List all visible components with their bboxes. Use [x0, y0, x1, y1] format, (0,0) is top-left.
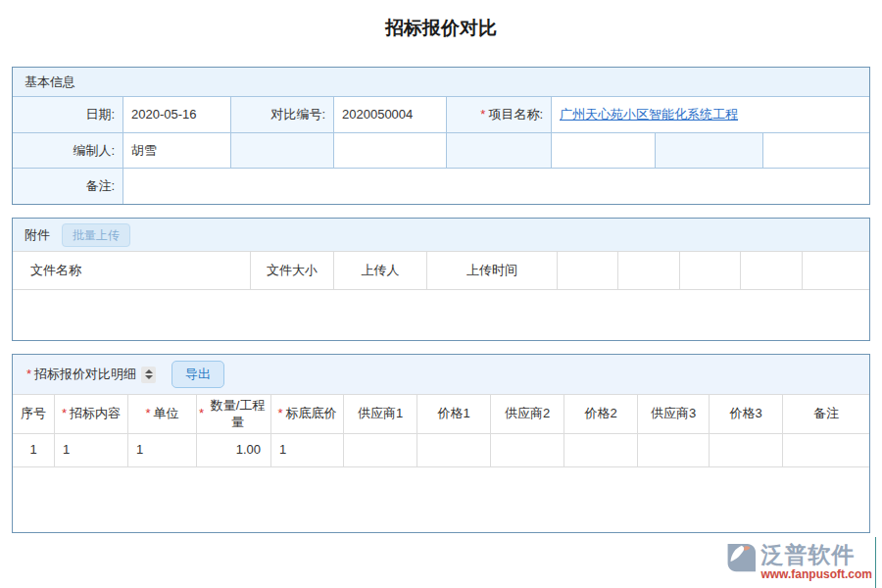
brand-name: 泛普软件 — [760, 543, 855, 566]
empty-value-cell — [334, 133, 447, 168]
attach-empty-column — [680, 252, 741, 289]
attach-empty-column — [741, 252, 803, 289]
brand-website: www.fanpusoft.com — [760, 567, 872, 581]
price2-cell — [564, 434, 638, 466]
attach-empty-column — [803, 252, 869, 289]
attachments-empty-body — [13, 290, 869, 339]
project-name-label-text: 项目名称: — [488, 107, 543, 122]
detail-section: *招标报价对比明细 导出 序号 *招标内容 *单位 *数量/工程量 *标底底价 … — [12, 354, 870, 533]
uploader-column-header: 上传人 — [334, 252, 427, 289]
detail-title: *招标报价对比明细 — [26, 366, 136, 383]
basic-info-header: 基本信息 — [13, 68, 869, 97]
sort-icon[interactable] — [141, 367, 156, 383]
detail-header: *招标报价对比明细 导出 — [13, 355, 869, 395]
remark-column-header: 备注 — [783, 395, 869, 433]
empty-label-cell — [656, 133, 763, 168]
unit-column-header: *单位 — [128, 395, 197, 433]
compiler-label: 编制人: — [13, 133, 123, 168]
basic-info-row-1: 日期: 2020-05-16 对比编号: 2020050004 *项目名称: 广… — [13, 97, 869, 133]
price2-column-header: 价格2 — [564, 395, 638, 433]
attachments-section: 附件 批量上传 文件名称 文件大小 上传人 上传时间 — [12, 218, 870, 341]
supplier2-cell — [491, 434, 564, 466]
supplier1-cell — [344, 434, 417, 466]
compare-no-value: 2020050004 — [334, 97, 447, 132]
attach-empty-column — [618, 252, 680, 289]
required-asterisk: * — [480, 107, 485, 122]
page-edge-line — [875, 537, 876, 588]
base-price-column-header: *标底底价 — [271, 395, 344, 433]
project-name-value: 广州天心苑小区智能化系统工程 — [552, 97, 869, 132]
page-title: 招标报价对比 — [0, 0, 882, 45]
project-link[interactable]: 广州天心苑小区智能化系统工程 — [560, 107, 738, 122]
serial-no-column-header: 序号 — [13, 395, 55, 433]
file-size-column-header: 文件大小 — [251, 252, 334, 289]
date-label: 日期: — [13, 97, 123, 132]
empty-label-cell — [231, 133, 334, 168]
attach-empty-column — [558, 252, 618, 289]
attachments-header: 附件 批量上传 — [13, 219, 869, 251]
required-asterisk: * — [199, 406, 204, 421]
table-row: 1 1 1 1.00 1 — [13, 434, 869, 467]
empty-label-cell — [447, 133, 552, 168]
bid-content-column-header: *招标内容 — [55, 395, 128, 433]
price1-column-header: 价格1 — [417, 395, 491, 433]
batch-upload-button[interactable]: 批量上传 — [62, 223, 130, 247]
bid-content-cell: 1 — [55, 434, 128, 466]
export-button[interactable]: 导出 — [172, 361, 224, 388]
sort-down-arrow-icon — [145, 375, 153, 379]
supplier3-cell — [638, 434, 710, 466]
attachments-title: 附件 — [24, 226, 50, 244]
attachments-column-headers: 文件名称 文件大小 上传人 上传时间 — [13, 251, 869, 290]
remark-cell — [783, 434, 869, 466]
supplier3-column-header: 供应商3 — [638, 395, 710, 433]
project-name-label: *项目名称: — [447, 97, 552, 132]
quantity-cell: 1.00 — [197, 434, 271, 466]
price1-cell — [417, 434, 491, 466]
compiler-value: 胡雪 — [123, 133, 231, 168]
basic-info-row-2: 编制人: 胡雪 — [13, 133, 869, 169]
required-asterisk: * — [26, 367, 31, 381]
detail-title-text: 招标报价对比明细 — [34, 367, 136, 381]
brand-footer: 泛普软件 www.fanpusoft.com — [719, 543, 872, 581]
date-value: 2020-05-16 — [123, 97, 231, 132]
required-asterisk: * — [62, 406, 67, 421]
basic-info-section: 基本信息 日期: 2020-05-16 对比编号: 2020050004 *项目… — [12, 67, 870, 205]
basic-info-row-3: 备注: — [13, 169, 869, 204]
empty-value-cell — [763, 133, 869, 168]
supplier1-column-header: 供应商1 — [344, 395, 417, 433]
base-price-cell: 1 — [271, 434, 344, 466]
file-name-column-header: 文件名称 — [13, 252, 251, 289]
empty-value-cell — [552, 133, 656, 168]
upload-time-column-header: 上传时间 — [427, 252, 558, 289]
remark-value — [123, 169, 869, 204]
sort-up-arrow-icon — [145, 369, 153, 373]
required-asterisk: * — [145, 406, 150, 421]
serial-no-cell: 1 — [13, 434, 55, 466]
supplier2-column-header: 供应商2 — [491, 395, 564, 433]
fanpu-logo-icon — [719, 543, 757, 581]
price3-column-header: 价格3 — [710, 395, 783, 433]
required-asterisk: * — [277, 406, 282, 421]
brand-text-block: 泛普软件 www.fanpusoft.com — [760, 543, 872, 581]
compare-no-label: 对比编号: — [231, 97, 334, 132]
remark-label: 备注: — [13, 169, 123, 204]
price3-cell — [710, 434, 783, 466]
detail-column-headers: 序号 *招标内容 *单位 *数量/工程量 *标底底价 供应商1 价格1 供应商2… — [13, 395, 869, 434]
unit-cell: 1 — [128, 434, 197, 466]
quantity-column-header: *数量/工程量 — [197, 395, 271, 433]
